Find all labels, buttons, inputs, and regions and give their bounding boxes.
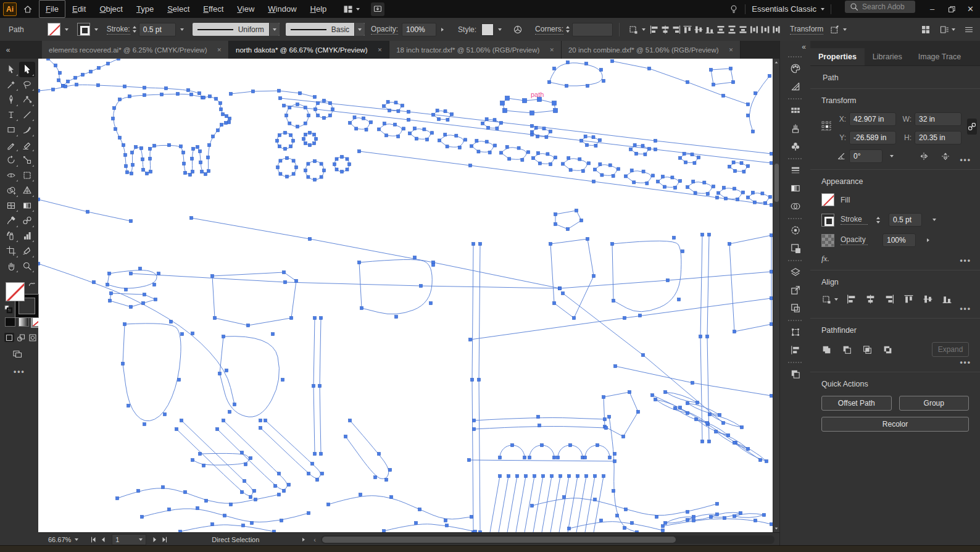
fill-swatch[interactable] [821, 193, 834, 206]
chevron-down-icon[interactable] [834, 298, 838, 301]
default-fill-stroke-icon[interactable] [4, 304, 14, 314]
home-icon[interactable] [23, 4, 33, 14]
first-artboard-icon[interactable] [88, 535, 98, 545]
exclude-icon[interactable] [882, 345, 893, 355]
free-transform-icon[interactable] [827, 22, 842, 37]
tool-scale[interactable] [19, 153, 35, 168]
panel-group-grip[interactable] [788, 260, 803, 261]
unite-icon[interactable] [821, 345, 832, 355]
vertical-distribute-bottom-icon[interactable] [738, 25, 748, 35]
flip-horizontal-icon[interactable] [919, 151, 929, 161]
previous-artboard-icon[interactable] [98, 535, 108, 545]
panel-group-grip[interactable] [788, 362, 803, 363]
minus-front-icon[interactable] [842, 345, 852, 355]
chevron-down-icon[interactable] [843, 28, 847, 31]
effects-fx-button[interactable]: fx. [821, 254, 829, 263]
tool-slice[interactable] [19, 243, 35, 259]
panel-group-grip[interactable] [788, 218, 803, 219]
horizontal-distribute-left-icon[interactable] [749, 25, 759, 35]
transform-link[interactable]: Transform [790, 25, 823, 35]
recolor-artwork-icon[interactable] [510, 22, 525, 37]
reference-point-locator[interactable] [821, 121, 831, 131]
workspace-switcher[interactable]: Essentials Classic [752, 4, 824, 14]
document-tab[interactable]: north dakota* @ 66.67% (CMYK/Preview)✕ [229, 41, 389, 59]
panel-icon-transform[interactable] [780, 323, 810, 341]
last-artboard-icon[interactable] [160, 535, 170, 545]
recolor-button[interactable]: Recolor [821, 417, 969, 432]
vertical-align-bottom-icon[interactable] [942, 294, 952, 304]
more-options-icon[interactable]: ••• [960, 304, 971, 313]
draw-behind-icon[interactable] [16, 333, 26, 342]
panel-icon-swatches[interactable] [780, 101, 810, 119]
panel-icon-stroke[interactable] [780, 161, 810, 179]
horizontal-align-left-icon[interactable] [846, 294, 857, 304]
tool-eraser[interactable] [19, 138, 35, 153]
stroke-stepper[interactable] [133, 26, 136, 33]
opacity-swatch[interactable] [821, 234, 834, 247]
panel-icon-asset-export[interactable] [780, 281, 810, 299]
chevron-down-icon[interactable] [952, 28, 955, 31]
vertical-align-top-icon[interactable] [683, 25, 692, 35]
tool-curvature[interactable] [19, 92, 35, 107]
stroke-weight-dropdown-icon[interactable] [178, 23, 186, 36]
stroke-swatch[interactable] [821, 214, 834, 227]
tool-rectangle[interactable] [3, 122, 19, 138]
horizontal-distribute-center-icon[interactable] [760, 25, 770, 35]
constrain-proportions-icon[interactable] [967, 119, 977, 135]
panel-icon-artboards[interactable] [780, 299, 810, 317]
more-options-icon[interactable]: ••• [960, 156, 971, 164]
vertical-distribute-top-icon[interactable] [716, 25, 726, 35]
tool-free-transform[interactable] [19, 168, 35, 183]
horizontal-align-right-icon[interactable] [671, 25, 681, 35]
tool-rotate[interactable] [3, 153, 19, 168]
status-flyout-icon[interactable] [302, 538, 305, 542]
brush-dropdown[interactable]: Basic [286, 23, 365, 36]
vertical-align-center-icon[interactable] [694, 25, 704, 35]
scroll-left-icon[interactable]: ‹ [314, 536, 316, 543]
align-to-selection-icon[interactable] [626, 22, 641, 37]
document-tab[interactable]: elements recovered.ai* @ 6.25% (CMYK/Pre… [42, 41, 229, 59]
opacity-label[interactable]: Opacity: [371, 25, 398, 35]
style-swatch[interactable] [481, 23, 494, 36]
tab-close-icon[interactable]: ✕ [549, 47, 554, 53]
stroke-label[interactable]: Stroke [841, 215, 868, 225]
chevron-down-icon[interactable] [642, 28, 646, 31]
stroke-weight-label[interactable]: Stroke: [107, 25, 130, 35]
chevron-down-icon[interactable] [356, 8, 360, 10]
h-field[interactable]: 20.35 in [915, 131, 961, 144]
intersect-icon[interactable] [862, 345, 873, 355]
opacity-panel-icon[interactable] [438, 23, 447, 36]
swap-fill-stroke-icon[interactable] [27, 281, 37, 291]
artboard-number-field[interactable]: 1 [112, 534, 146, 545]
panel-icon-graphic-styles[interactable] [780, 239, 810, 257]
y-field[interactable]: -26.589 in [849, 131, 896, 144]
tool-shape-builder[interactable] [3, 183, 19, 198]
rotation-dropdown-icon[interactable] [887, 150, 896, 162]
tool-zoom[interactable] [19, 259, 35, 274]
tool-selection[interactable] [3, 62, 19, 77]
panel-icon-gradient[interactable] [780, 179, 810, 197]
menu-edit[interactable]: Edit [65, 0, 93, 18]
stroke-swatch[interactable] [77, 23, 90, 36]
zoom-level[interactable]: 66.67% [48, 536, 71, 543]
panel-icon-symbols[interactable] [780, 137, 810, 155]
opacity-field[interactable]: 100% [882, 233, 916, 247]
tool-eyedropper[interactable] [3, 213, 19, 228]
horizontal-distribute-right-icon[interactable] [771, 25, 781, 35]
document-tab[interactable]: 18 inch tractor.dxf* @ 51.06% (RGB/Previ… [389, 41, 562, 59]
fill-swatch[interactable] [48, 23, 60, 36]
tab-close-icon[interactable]: ✕ [729, 47, 734, 53]
tool-width[interactable] [3, 168, 19, 183]
panel-icon-transparency[interactable] [780, 197, 810, 215]
tool-column-graph[interactable] [19, 228, 35, 244]
collapse-panels-icon[interactable]: « [780, 41, 810, 53]
menu-file[interactable]: File [39, 0, 65, 18]
corners-stepper[interactable] [566, 26, 570, 33]
x-field[interactable]: 42.907 in [849, 112, 896, 126]
corners-label[interactable]: Corners: [535, 25, 563, 35]
stroke-stepper[interactable] [876, 217, 880, 224]
align-to-selection-icon[interactable] [821, 295, 831, 304]
width-profile-dropdown[interactable]: Uniform [193, 23, 280, 36]
tool-type[interactable] [3, 107, 19, 123]
menu-type[interactable]: Type [130, 0, 160, 18]
